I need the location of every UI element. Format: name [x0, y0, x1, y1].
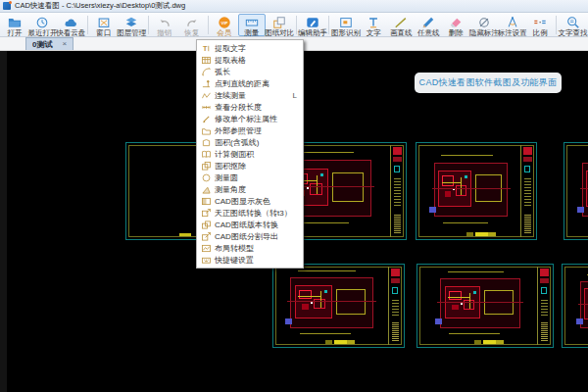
drawing-sheet[interactable] — [564, 142, 588, 240]
menu-item-split-export[interactable]: CAD图纸分割导出 — [197, 230, 303, 242]
toolbar-button-label: 图层管理 — [117, 29, 146, 37]
toolbar-button-label: 最近打开 — [27, 29, 57, 37]
shortcut-settings-icon — [202, 256, 211, 265]
window-button[interactable]: 窗口 — [90, 14, 118, 36]
segment-length-icon — [202, 103, 211, 112]
menu-item-arc-length[interactable]: 弧长 — [197, 66, 303, 77]
menu-item-label: 天正图纸转换（转t3） — [215, 208, 292, 219]
toolbar-button-label: 画直线 — [390, 29, 413, 37]
toolbar-button-label: 文字 — [367, 29, 381, 37]
recent-clock-button[interactable]: 最近打开 — [28, 14, 57, 36]
menu-item-continuous-measure[interactable]: 连续测量L — [197, 89, 303, 101]
menu-item-label: CAD图纸分割导出 — [215, 231, 278, 242]
tab-label: 0测试 — [32, 39, 52, 50]
layers-button[interactable]: 图层管理 — [118, 14, 146, 36]
tab-close-icon[interactable]: × — [62, 40, 67, 48]
split-export-icon — [202, 232, 211, 241]
menu-item-label: 布局转模型 — [215, 243, 254, 254]
menu-item-gray-display[interactable]: CAD图显示灰色 — [197, 195, 303, 207]
tab-0-test[interactable]: 0测试 × — [25, 37, 74, 50]
menu-item-area-with-arc[interactable]: 面积(含弧线) — [197, 136, 303, 148]
measure-ruler-button[interactable]: 测量 — [238, 14, 266, 36]
open-folder-button[interactable]: 打开 — [1, 14, 28, 36]
shape-recognition-button[interactable]: 图形识别 — [331, 14, 360, 36]
menu-item-extract-text[interactable]: T提取文字 — [197, 42, 303, 54]
edit-assistant-button[interactable]: 编辑助手 — [299, 14, 327, 36]
drawing-sheet[interactable] — [272, 264, 405, 348]
menu-item-layout-to-model[interactable]: 布局转模型 — [197, 242, 303, 254]
compare-sheets-button[interactable]: 图纸对比 — [266, 14, 294, 36]
menu-item-label: 测量圆 — [215, 172, 238, 183]
vip-button[interactable]: VIP会员 — [211, 14, 238, 36]
drawing-sheet[interactable] — [416, 264, 554, 348]
menu-item-extract-table[interactable]: 提取表格 — [197, 54, 303, 66]
toolbar-button-label: 图纸对比 — [265, 29, 294, 37]
hide-annotation-button[interactable]: 隐藏标注 — [469, 14, 498, 36]
extract-text-icon: T — [202, 44, 211, 53]
toolbar-button-label: 测量 — [244, 29, 259, 37]
menu-item-shortcut: L — [293, 91, 297, 100]
drawing-sheet[interactable] — [416, 142, 537, 240]
menu-item-external-reference[interactable]: 外部参照管理 — [197, 124, 303, 136]
canvas-edge — [0, 51, 7, 392]
text-search-icon — [566, 16, 580, 29]
text-search-button[interactable]: 文字查找 — [559, 14, 587, 36]
menu-item-label: CAD图纸版本转换 — [215, 220, 278, 230]
version-convert-icon — [202, 220, 211, 229]
menu-item-area-subtract[interactable]: 面积抠除 — [197, 160, 303, 172]
menu-item-point-to-line[interactable]: 点到直线的距离 — [197, 77, 303, 89]
toolbar-button-label: 窗口 — [96, 29, 111, 37]
area-with-arc-icon — [202, 138, 211, 147]
menu-item-label: 提取文字 — [215, 43, 246, 54]
watermark-text: CAD快速看图软件截图及功能界面 — [419, 76, 558, 89]
menu-item-label: 面积抠除 — [215, 161, 246, 172]
free-line-button[interactable]: 任意线 — [415, 14, 442, 36]
undo-icon — [158, 16, 172, 29]
draw-line-icon — [394, 16, 408, 29]
menu-item-modify-annotation[interactable]: 修改单个标注属性 — [197, 113, 303, 124]
toolbar-button-label: 标注设置 — [498, 29, 527, 37]
toolbar-button-label: 删除 — [449, 29, 464, 37]
toolbar-button-label: 隐藏标注 — [469, 29, 499, 37]
menu-item-measure-circle[interactable]: 测量圆 — [197, 172, 303, 183]
toolbar-button-label: 会员 — [217, 29, 231, 37]
menu-item-tianzheng-convert[interactable]: 天正图纸转换（转t3） — [197, 207, 303, 219]
toolbar-button-label: 比例 — [533, 29, 548, 37]
menu-item-label: 弧长 — [215, 67, 230, 77]
scale-ratio-icon — [533, 16, 547, 29]
draw-line-button[interactable]: 画直线 — [387, 14, 415, 36]
menu-item-measure-angle[interactable]: 测量角度 — [197, 183, 303, 195]
toolbar-button-label: 编辑助手 — [298, 29, 327, 37]
external-reference-icon — [202, 126, 211, 135]
open-folder-icon — [8, 16, 22, 29]
redo-button: 恢复 — [178, 14, 206, 36]
watermark-badge: CAD快速看图软件截图及功能界面 — [415, 73, 562, 93]
cloud-button[interactable]: 快看云盘 — [57, 14, 85, 36]
eraser-icon — [449, 16, 463, 29]
measure-dropdown-menu: T提取文字提取表格弧长点到直线的距离连续测量L查看分段长度修改单个标注属性外部参… — [196, 39, 304, 269]
menu-item-label: 连续测量 — [215, 90, 246, 101]
arc-length-icon — [202, 68, 211, 76]
recent-clock-icon — [35, 16, 49, 29]
menu-item-shortcut-settings[interactable]: 快捷键设置 — [197, 254, 303, 266]
shape-recognition-icon — [339, 16, 353, 29]
text-button[interactable]: 文字 — [360, 14, 387, 36]
cloud-icon — [64, 16, 77, 29]
toolbar-separator — [208, 16, 209, 34]
drawing-sheet[interactable] — [562, 264, 588, 348]
menu-item-version-convert[interactable]: CAD图纸版本转换 — [197, 219, 303, 230]
annotation-settings-button[interactable]: 标注设置 — [498, 14, 526, 36]
menu-item-label: 点到直线的距离 — [215, 78, 270, 89]
eraser-button[interactable]: 删除 — [442, 14, 469, 36]
layout-to-model-icon — [202, 244, 211, 253]
menu-item-side-area[interactable]: 计算侧面积 — [197, 148, 303, 160]
layers-icon — [124, 16, 138, 29]
menu-item-label: 快捷键设置 — [215, 255, 254, 266]
vip-icon: VIP — [218, 16, 231, 29]
redo-icon — [185, 16, 199, 29]
title-bar: CAD快速看图 - C:\Users\xiezy-a\Desktop\0测试.d… — [0, 0, 588, 13]
window-title: CAD快速看图 - C:\Users\xiezy-a\Desktop\0测试.d… — [15, 1, 185, 11]
toolbar-button-label: 文字查找 — [559, 29, 588, 37]
scale-ratio-button[interactable]: 比例 — [526, 14, 554, 36]
menu-item-segment-length[interactable]: 查看分段长度 — [197, 101, 303, 113]
